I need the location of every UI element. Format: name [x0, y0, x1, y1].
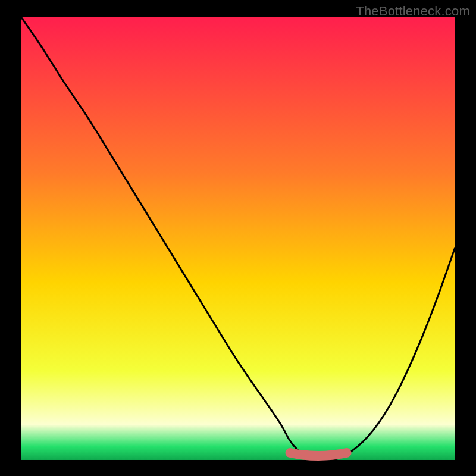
watermark-text: TheBottleneck.com	[356, 4, 470, 19]
optimal-range-marker	[290, 453, 347, 456]
chart-canvas: TheBottleneck.com	[0, 0, 476, 476]
plot-area	[21, 17, 455, 460]
bottleneck-chart-svg	[0, 0, 476, 476]
